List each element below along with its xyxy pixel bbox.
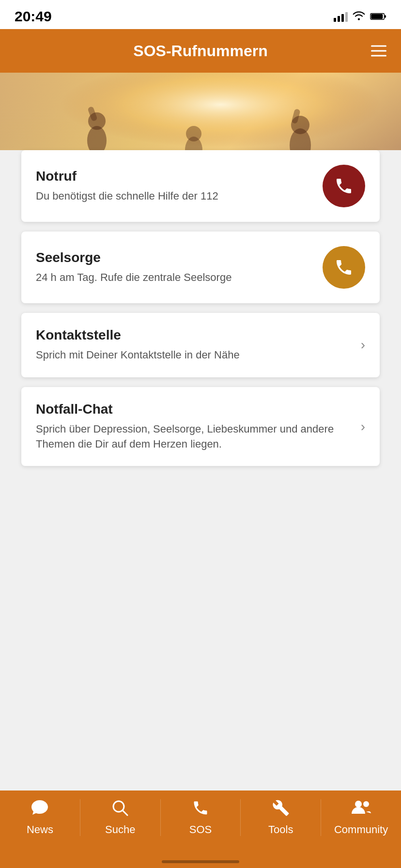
home-indicator [162,860,239,863]
status-time: 20:49 [15,8,52,25]
notfall-chat-card[interactable]: Notfall-Chat Sprich über Depression, See… [21,387,380,466]
chat-bubble-icon [30,799,49,820]
notruf-card-text: Notruf Du benötigst die schnelle Hilfe d… [36,169,323,204]
sos-phone-icon [192,799,209,820]
nav-suche-label: Suche [105,823,135,836]
svg-rect-1 [371,14,383,19]
battery-icon [370,12,386,21]
bottom-navigation: News Suche SOS Tools [0,790,401,868]
seelsorge-desc: 24 h am Tag. Rufe die zentrale Seelsorge [36,270,313,285]
nav-tools-label: Tools [268,823,293,836]
wifi-icon [353,10,365,23]
notfall-chat-arrow: › [361,419,365,434]
notruf-call-button[interactable] [323,165,365,207]
svg-rect-2 [385,15,386,17]
seelsorge-call-button[interactable] [323,246,365,289]
nav-community-label: Community [334,823,388,836]
signal-icon [334,11,348,22]
nav-suche[interactable]: Suche [80,799,161,836]
app-header: SOS-Rufnummern [0,29,401,73]
menu-button[interactable] [371,46,386,57]
wrench-icon [272,799,290,820]
nav-sos[interactable]: SOS [161,799,241,836]
kontaktstelle-card-text: Kontaktstelle Sprich mit Deiner Kontakts… [36,327,361,363]
notfall-chat-desc: Sprich über Depression, Seelsorge, Liebe… [36,422,351,452]
nav-news-label: News [27,823,53,836]
content-area: Notruf Du benötigst die schnelle Hilfe d… [0,150,401,485]
svg-point-9 [186,126,201,141]
notruf-card[interactable]: Notruf Du benötigst die schnelle Hilfe d… [21,150,380,222]
seelsorge-title: Seelsorge [36,250,313,265]
status-icons [334,10,386,23]
phone-icon [334,176,354,196]
notruf-desc: Du benötigst die schnelle Hilfe der 112 [36,189,313,204]
svg-line-13 [123,810,127,815]
people-icon [351,799,372,820]
hamburger-line [371,50,386,52]
header-title: SOS-Rufnummern [133,42,267,60]
nav-sos-label: SOS [189,823,212,836]
status-bar: 20:49 [0,0,401,29]
svg-point-14 [355,801,362,807]
seelsorge-card-text: Seelsorge 24 h am Tag. Rufe die zentrale… [36,250,323,285]
notfall-chat-title: Notfall-Chat [36,402,351,417]
search-icon [111,799,129,820]
hamburger-line [371,46,386,47]
nav-news[interactable]: News [0,799,80,836]
kontaktstelle-arrow: › [361,337,365,353]
kontaktstelle-card[interactable]: Kontaktstelle Sprich mit Deiner Kontakts… [21,313,380,377]
kontaktstelle-title: Kontaktstelle [36,327,351,343]
svg-point-15 [363,801,369,807]
notruf-title: Notruf [36,169,313,184]
phone-icon-2 [334,258,354,277]
hamburger-line [371,55,386,57]
kontaktstelle-desc: Sprich mit Deiner Kontaktstelle in der N… [36,348,351,363]
seelsorge-card[interactable]: Seelsorge 24 h am Tag. Rufe die zentrale… [21,232,380,303]
notfall-chat-card-text: Notfall-Chat Sprich über Depression, See… [36,402,361,452]
nav-community[interactable]: Community [321,799,401,836]
nav-tools[interactable]: Tools [241,799,321,836]
